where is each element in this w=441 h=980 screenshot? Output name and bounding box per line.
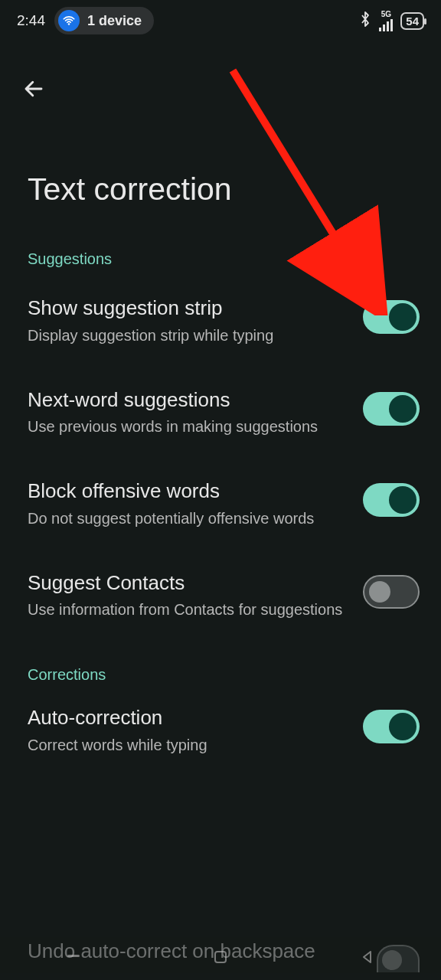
setting-block-offensive-words[interactable]: Block offensive words Do not suggest pot…	[0, 446, 441, 538]
next-word-suggestions-toggle[interactable]	[363, 392, 420, 426]
battery-indicator: 54	[400, 12, 424, 30]
status-bar: 2:44 1 device 5G 54	[0, 0, 441, 41]
battery-percent: 54	[406, 15, 419, 28]
svg-rect-2	[215, 952, 226, 962]
section-header-suggestions: Suggestions	[0, 207, 441, 273]
home-button[interactable]	[212, 949, 229, 969]
signal-bars-icon	[379, 19, 393, 31]
svg-point-0	[68, 23, 70, 24]
setting-subtitle: Correct words while typing	[28, 735, 348, 756]
bluetooth-icon	[359, 11, 371, 31]
back-nav-button[interactable]	[359, 949, 376, 969]
setting-suggest-contacts[interactable]: Suggest Contacts Use information from Co…	[0, 538, 441, 630]
block-offensive-words-toggle[interactable]	[363, 483, 420, 517]
arrow-left-icon	[22, 77, 45, 100]
setting-title: Suggest Contacts	[28, 570, 348, 596]
setting-auto-correction[interactable]: Auto-correction Correct words while typi…	[0, 688, 441, 765]
device-count-label: 1 device	[87, 13, 142, 29]
svg-rect-1	[67, 955, 80, 957]
suggest-contacts-toggle[interactable]	[363, 575, 420, 609]
setting-subtitle: Display suggestion strip while typing	[28, 325, 348, 346]
page-title: Text correction	[0, 104, 441, 207]
recents-button[interactable]	[65, 949, 82, 969]
setting-subtitle: Do not suggest potentially offensive wor…	[28, 508, 348, 529]
show-suggestion-strip-toggle[interactable]	[363, 300, 420, 334]
auto-correction-toggle[interactable]	[363, 710, 420, 743]
network-type: 5G	[381, 11, 391, 18]
clock: 2:44	[17, 12, 45, 29]
setting-title: Auto-correction	[28, 705, 348, 730]
setting-show-suggestion-strip[interactable]: Show suggestion strip Display suggestion…	[0, 273, 441, 355]
connected-device-pill[interactable]: 1 device	[54, 7, 154, 34]
system-nav-bar	[0, 937, 441, 980]
setting-subtitle: Use information from Contacts for sugges…	[28, 599, 348, 620]
section-header-corrections: Corrections	[0, 629, 441, 688]
back-button[interactable]	[18, 74, 49, 104]
setting-title: Block offensive words	[28, 479, 348, 504]
setting-subtitle: Use previous words in making suggestions	[28, 416, 348, 437]
setting-title: Next-word suggestions	[28, 387, 348, 413]
setting-title: Show suggestion strip	[28, 296, 348, 321]
setting-next-word-suggestions[interactable]: Next-word suggestions Use previous words…	[0, 355, 441, 447]
wifi-icon	[58, 10, 80, 31]
